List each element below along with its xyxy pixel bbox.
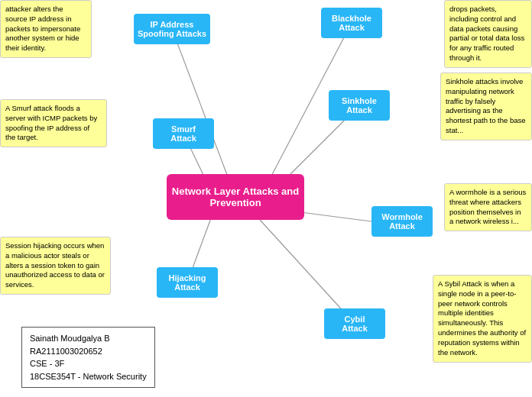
- blackhole-description: drops packets, including control and dat…: [444, 0, 532, 68]
- wormhole-description: A wormhole is a serious threat where att…: [444, 183, 532, 231]
- center-node: Network Layer Attacks and Prevention: [167, 174, 304, 220]
- footer-info: Sainath Moudgalya B RA2111003020652 CSE …: [21, 327, 155, 388]
- footer-name: Sainath Moudgalya B: [30, 332, 147, 345]
- cybil-description: A Sybil Attack is when a single node in …: [433, 275, 532, 363]
- sinkhole-node: Sinkhole Attack: [329, 90, 390, 121]
- blackhole-node: Blackhole Attack: [321, 8, 382, 38]
- hijacking-node: Hijacking Attack: [157, 267, 218, 298]
- footer-class: CSE - 3F: [30, 357, 147, 370]
- ip-node: IP Address Spoofing Attacks: [134, 14, 210, 44]
- ip-description: attacker alters the source IP address in…: [0, 0, 92, 58]
- smurf-node: Smurf Attack: [153, 118, 214, 149]
- mind-map-canvas: Network Layer Attacks and Prevention IP …: [0, 0, 532, 397]
- cybil-node: Cybil Attack: [324, 308, 385, 339]
- wormhole-node: Wormhole Attack: [371, 206, 433, 237]
- svg-line-0: [172, 29, 235, 197]
- footer-id: RA2111003020652: [30, 345, 147, 358]
- footer-course: 18CSE354T - Network Security: [30, 370, 147, 383]
- smurf-description: A Smurf attack floods a server with ICMP…: [0, 99, 107, 147]
- sinkhole-description: Sinkhole attacks involve manipulating ne…: [440, 73, 532, 140]
- hijacking-description: Session hijacking occurs when a maliciou…: [0, 237, 111, 295]
